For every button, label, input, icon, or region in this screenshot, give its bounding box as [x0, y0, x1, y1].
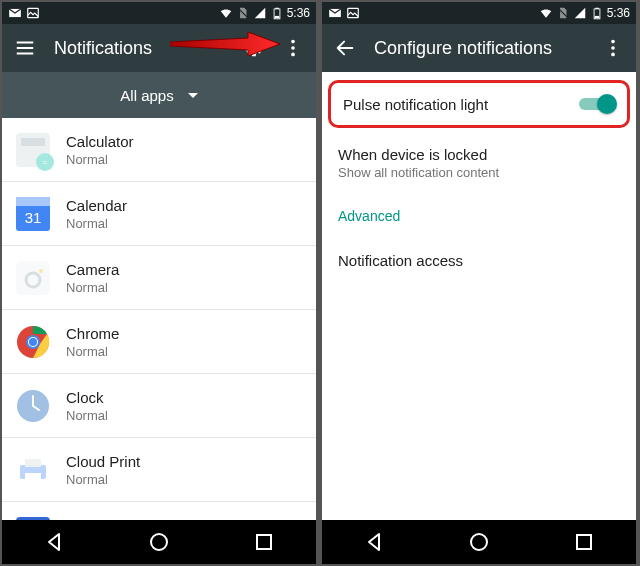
status-bar: 5:36	[322, 2, 636, 24]
dropdown-icon	[188, 93, 198, 98]
svg-rect-27	[25, 459, 41, 467]
setting-label: Pulse notification light	[343, 96, 579, 113]
chrome-icon	[16, 325, 50, 359]
list-item[interactable]: ClockNormal	[2, 374, 316, 438]
svg-rect-28	[25, 473, 41, 483]
svg-text:31: 31	[25, 209, 42, 226]
recent-button[interactable]	[572, 530, 596, 554]
advanced-header: Advanced	[322, 194, 636, 238]
list-item[interactable]: ContactsNormal	[2, 502, 316, 520]
pulse-toggle[interactable]	[579, 95, 615, 113]
home-button[interactable]	[467, 530, 491, 554]
svg-rect-32	[257, 535, 271, 549]
phone-left: 5:36 Notifications All apps = Calculator…	[2, 2, 316, 564]
overflow-icon[interactable]	[602, 37, 624, 59]
pulse-notification-row[interactable]: Pulse notification light	[328, 80, 630, 128]
calculator-icon: =	[16, 133, 50, 167]
home-button[interactable]	[147, 530, 171, 554]
svg-point-7	[291, 40, 295, 44]
list-item[interactable]: ChromeNormal	[2, 310, 316, 374]
phone-right: 5:36 Configure notifications Pulse notif…	[322, 2, 636, 564]
list-item[interactable]: = CalculatorNormal	[2, 118, 316, 182]
svg-point-23	[29, 338, 37, 346]
wifi-icon	[539, 6, 553, 20]
status-time: 5:36	[607, 6, 630, 20]
menu-icon[interactable]	[14, 37, 36, 59]
setting-label: When device is locked	[338, 146, 620, 163]
status-time: 5:36	[287, 6, 310, 20]
gear-icon[interactable]	[242, 37, 264, 59]
image-icon	[26, 6, 40, 20]
svg-point-8	[291, 46, 295, 50]
page-title: Configure notifications	[374, 38, 584, 59]
gmail-icon	[328, 6, 342, 20]
no-sim-icon	[556, 6, 570, 20]
svg-rect-38	[594, 16, 599, 18]
back-arrow-icon[interactable]	[334, 37, 356, 59]
cloud-print-icon	[16, 453, 50, 487]
no-sim-icon	[236, 6, 250, 20]
settings-content: Pulse notification light When device is …	[322, 72, 636, 520]
calendar-icon: 31	[16, 197, 50, 231]
signal-icon	[253, 6, 267, 20]
svg-rect-11	[21, 138, 45, 146]
signal-icon	[573, 6, 587, 20]
recent-button[interactable]	[252, 530, 276, 554]
svg-point-42	[471, 534, 487, 550]
when-locked-row[interactable]: When device is locked Show all notificat…	[322, 132, 636, 194]
setting-label: Notification access	[338, 252, 620, 269]
svg-point-9	[291, 53, 295, 57]
svg-rect-17	[16, 261, 50, 295]
svg-point-39	[611, 40, 615, 44]
svg-point-41	[611, 53, 615, 57]
page-title: Notifications	[54, 38, 224, 59]
back-button[interactable]	[362, 530, 386, 554]
notification-access-row[interactable]: Notification access	[322, 238, 636, 283]
svg-rect-15	[16, 197, 50, 206]
list-item[interactable]: Cloud PrintNormal	[2, 438, 316, 502]
app-filter-spinner[interactable]: All apps	[2, 72, 316, 118]
svg-point-31	[151, 534, 167, 550]
wifi-icon	[219, 6, 233, 20]
contacts-icon	[16, 517, 50, 521]
back-button[interactable]	[42, 530, 66, 554]
camera-icon	[16, 261, 50, 295]
nav-bar	[322, 520, 636, 564]
overflow-icon[interactable]	[282, 37, 304, 59]
setting-sub: Show all notification content	[338, 165, 620, 180]
gmail-icon	[8, 6, 22, 20]
image-icon	[346, 6, 360, 20]
app-list[interactable]: = CalculatorNormal 31 CalendarNormal Cam…	[2, 118, 316, 520]
status-bar: 5:36	[2, 2, 316, 24]
svg-text:=: =	[42, 157, 47, 167]
battery-icon	[270, 6, 284, 20]
list-item[interactable]: CameraNormal	[2, 246, 316, 310]
list-item[interactable]: 31 CalendarNormal	[2, 182, 316, 246]
nav-bar	[2, 520, 316, 564]
svg-rect-43	[577, 535, 591, 549]
svg-rect-6	[274, 16, 279, 18]
clock-icon	[16, 389, 50, 423]
battery-icon	[590, 6, 604, 20]
svg-point-19	[39, 269, 43, 273]
app-bar: Notifications	[2, 24, 316, 72]
svg-point-40	[611, 46, 615, 50]
app-bar: Configure notifications	[322, 24, 636, 72]
filter-label: All apps	[120, 87, 173, 104]
svg-rect-29	[16, 517, 50, 521]
